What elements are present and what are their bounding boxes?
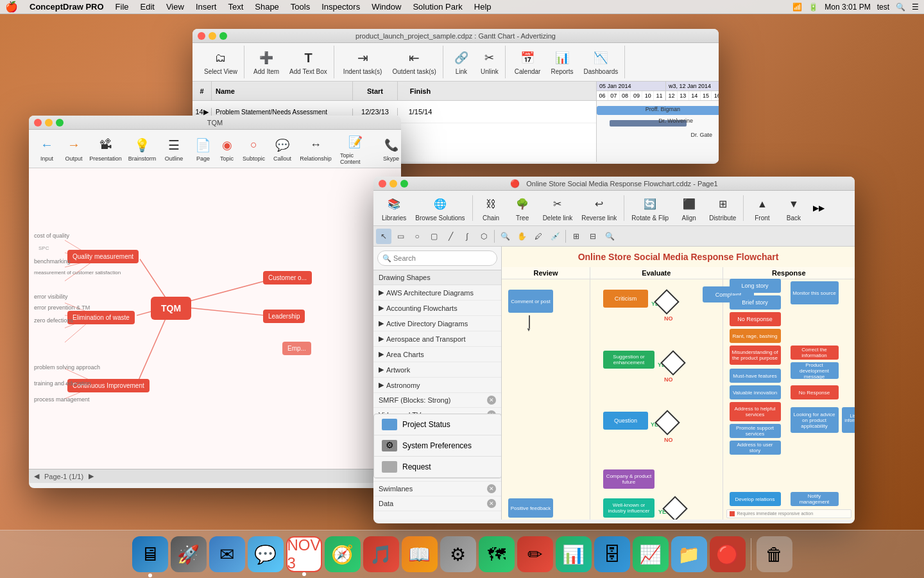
tqm-callout-btn[interactable]: 💬 Callout [270, 134, 295, 164]
suggestion-box[interactable]: Suggestion or enhancement [603, 351, 654, 369]
search-shape-btn[interactable]: 🔍 [602, 229, 617, 244]
library-search-input[interactable] [377, 250, 497, 266]
no-response-box-1[interactable]: No Response [730, 312, 781, 326]
reverse-link-btn[interactable]: ↩ Reverse link [578, 193, 620, 223]
must-have-box[interactable]: Must-have features [730, 369, 781, 383]
curve-tool-btn[interactable]: ∫ [459, 229, 475, 244]
eyedrop-tool-btn[interactable]: 💉 [547, 229, 563, 244]
rotate-flip-btn[interactable]: 🔄 Rotate & Flip [628, 193, 672, 223]
chain-btn[interactable]: ⛓ Chain [477, 193, 506, 223]
dashboards-btn[interactable]: 📉 Dashboards [579, 46, 622, 78]
align-btn[interactable]: ⬛ Align [674, 193, 703, 223]
astronomy-item[interactable]: ▶ Astronomy [373, 378, 501, 393]
help-menu[interactable]: Help [469, 1, 497, 12]
tqm-close-btn[interactable] [34, 119, 42, 127]
file-menu[interactable]: File [110, 1, 134, 12]
no-response-box-2[interactable]: No Response [791, 385, 839, 399]
tree-btn[interactable]: 🌳 Tree [508, 193, 537, 223]
aws-diagrams-item[interactable]: ▶ AWS Architecture Diagrams [373, 285, 501, 301]
diamond-1[interactable] [654, 289, 680, 315]
view-menu[interactable]: View [161, 1, 189, 12]
grid-small-btn[interactable]: ⊟ [585, 229, 601, 244]
aerospace-item[interactable]: ▶ Aerospace and Transport [373, 331, 501, 347]
tqm-topic-content-btn[interactable]: 📝 Topic Content [336, 130, 375, 168]
wellknown-box[interactable]: Well-known or industry influencer [603, 498, 654, 518]
brief-story-box[interactable]: Brief story [730, 295, 781, 310]
valuable-box[interactable]: Valuable innovation [730, 385, 781, 399]
tqm-relationship-btn[interactable]: ↔ Relationship [296, 134, 335, 164]
tqm-presentation-btn[interactable]: 📽 Presentation [88, 134, 123, 164]
list-public-box[interactable]: List of public information taking points [842, 407, 855, 433]
monitor-box[interactable]: Monitor this source [791, 281, 839, 304]
diamond-3[interactable] [654, 410, 680, 435]
tqm-input-btn[interactable]: ← Input [34, 134, 60, 164]
criticism-box[interactable]: Criticism [603, 290, 648, 308]
browse-solutions-btn[interactable]: 🌐 Browse Solutions [412, 193, 468, 223]
tqm-waste-node[interactable]: Elimination of waste [67, 311, 135, 324]
address-user-box[interactable]: Address to user story [730, 441, 781, 455]
flowchart-max-btn[interactable] [400, 180, 408, 188]
dock-app2[interactable]: 🔴 [710, 536, 746, 572]
tqm-min-btn[interactable] [45, 119, 53, 127]
select-view-btn[interactable]: 🗂 Select View [200, 46, 241, 78]
long-story-box[interactable]: Long story [730, 279, 781, 293]
inspectors-menu[interactable]: Inspectors [316, 1, 365, 12]
active-directory-item[interactable]: ▶ Active Directory Diagrams [373, 316, 501, 331]
zoom-in-tool-btn[interactable]: 🔍 [497, 229, 513, 244]
tqm-subtopic-btn[interactable]: ○ Subtopic [239, 134, 268, 164]
project-status-popup-item[interactable]: Project Status [374, 414, 501, 435]
dock-trash[interactable]: 🗑 [757, 536, 792, 572]
correct-info-box[interactable]: Correct the information [791, 346, 839, 360]
fill-tool-btn[interactable]: 🖊 [531, 229, 546, 244]
window-menu[interactable]: Window [366, 1, 406, 12]
comment-box[interactable]: Comment or post [508, 290, 553, 313]
request-popup-item[interactable]: Request [374, 457, 501, 478]
tqm-leadership-node[interactable]: Leadership [263, 310, 305, 323]
add-item-btn[interactable]: ➕ Add Item [250, 46, 283, 78]
indent-btn[interactable]: ⇥ Indent task(s) [339, 46, 386, 78]
data-installed-item[interactable]: Data ✕ [373, 496, 501, 511]
calendar-btn[interactable]: 📅 Calendar [511, 46, 545, 78]
data-remove-btn[interactable]: ✕ [487, 499, 496, 508]
ellipse-tool-btn[interactable]: ○ [409, 229, 425, 244]
rant-box[interactable]: Rant, rage, bashing [730, 329, 781, 343]
smrf-remove-btn[interactable]: ✕ [487, 396, 496, 405]
insert-menu[interactable]: Insert [191, 1, 222, 12]
tqm-brainstorm-btn[interactable]: 💡 Brainstorm [124, 134, 160, 164]
tqm-page-next[interactable]: ▶ [89, 472, 94, 480]
promote-box[interactable]: Promote support services [730, 424, 781, 438]
solution-park-menu[interactable]: Solution Park [407, 1, 467, 12]
tqm-page-btn[interactable]: 📄 Page [192, 134, 214, 164]
dock-messages[interactable]: 💬 [248, 536, 284, 572]
dock-finder[interactable]: 🖥 [132, 536, 168, 572]
dock-activity[interactable]: 📈 [633, 536, 669, 572]
apple-menu[interactable]: 🍎 [5, 1, 18, 13]
dock-books[interactable]: 📖 [402, 536, 438, 572]
delete-link-btn[interactable]: ✂ Delete link [540, 193, 576, 223]
front-btn[interactable]: ▲ Front [748, 193, 776, 223]
dock-maps[interactable]: 🗺 [479, 536, 515, 572]
address-helpful-box[interactable]: Address to helpful services [730, 402, 781, 421]
company-box[interactable]: Company & product future [603, 469, 654, 489]
looking-advice-box[interactable]: Looking for advice on product applicabil… [791, 407, 839, 433]
diamond-2[interactable] [660, 350, 686, 376]
outdent-btn[interactable]: ⇤ Outdent task(s) [388, 46, 440, 78]
tqm-outline-btn[interactable]: ☰ Outline [161, 134, 187, 164]
back-btn[interactable]: ▼ Back [779, 193, 808, 223]
question-box[interactable]: Question [603, 412, 648, 430]
dock-music[interactable]: 🎵 [363, 536, 399, 572]
toolbar-more-btn[interactable]: ▶▶ [813, 204, 825, 213]
app-menu[interactable]: ConceptDraw PRO [24, 1, 109, 12]
reports-btn[interactable]: 📊 Reports [547, 46, 577, 78]
flowchart-min-btn[interactable] [389, 180, 397, 188]
tqm-max-btn[interactable] [56, 119, 64, 127]
system-prefs-popup-item[interactable]: ⚙ System Preferences [374, 435, 501, 457]
tqm-emp-node[interactable]: Emp... [282, 342, 311, 355]
tqm-page-prev[interactable]: ◀ [34, 472, 39, 480]
gantt-min-btn[interactable] [209, 32, 216, 40]
libraries-btn[interactable]: 📚 Libraries [379, 193, 409, 223]
shape-menu[interactable]: Shape [250, 1, 284, 12]
tqm-center-node[interactable]: TQM [151, 297, 191, 320]
tqm-quality-node[interactable]: Quality measurement [67, 250, 139, 263]
smrf-installed-item[interactable]: SMRF (Blocks: Strong) ✕ [373, 393, 501, 408]
